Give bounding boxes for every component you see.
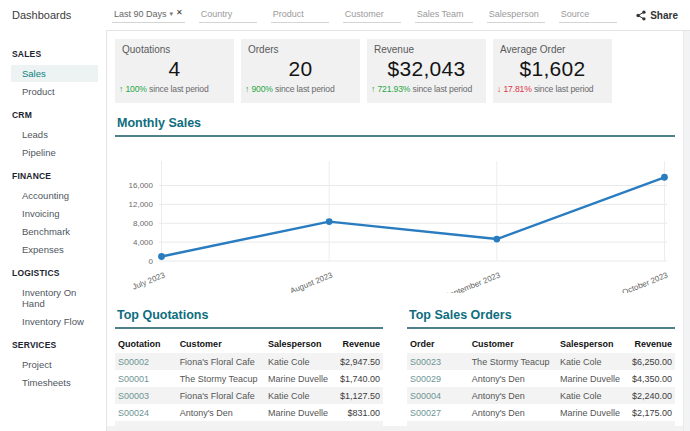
table-cell: Marine Duvelle xyxy=(265,370,335,387)
record-link[interactable]: S00003 xyxy=(115,387,177,404)
sidebar-item-pipeline[interactable]: Pipeline xyxy=(11,144,98,161)
filter-label: Salesperson xyxy=(489,9,539,19)
record-link[interactable]: S00029 xyxy=(407,370,469,387)
kpi-delta: 721.93% xyxy=(377,84,410,94)
kpi-change: ↑ 100% since last period xyxy=(117,84,232,94)
monthly-sales-title: Monthly Sales xyxy=(115,116,675,137)
sidebar-section-finance: FINANCE xyxy=(0,162,106,186)
kpi-card-quotations: Quotations4↑ 100% since last period xyxy=(115,39,234,103)
y-tick-label: 12,000 xyxy=(129,200,154,209)
column-header-order: Order xyxy=(407,336,469,353)
table-row: S00029Antony's DenMarine Duvelle$4,350.0… xyxy=(407,370,675,387)
sidebar-item-project[interactable]: Project xyxy=(11,356,98,373)
sidebar-item-timesheets[interactable]: Timesheets xyxy=(11,374,98,391)
table-cell: Fiona's Floral Cafe xyxy=(177,353,265,370)
filter-last-90-days[interactable]: Last 90 Days▾✕ xyxy=(112,7,185,23)
column-header-quotation: Quotation xyxy=(115,336,177,353)
sidebar-item-accounting[interactable]: Accounting xyxy=(11,187,98,204)
top-quotations-block: Top Quotations QuotationCustomerSalesper… xyxy=(115,308,383,431)
table-row: S00024Antony's DenMarine Duvelle$831.00 xyxy=(115,404,383,421)
kpi-change: ↓ 17.81% since last period xyxy=(495,84,610,94)
filter-sales-team[interactable]: Sales Team xyxy=(415,7,473,23)
table-cell: Fiona's Floral Cafe xyxy=(177,387,265,404)
table-header-row: OrderCustomerSalespersonRevenue xyxy=(407,336,675,353)
tables-row: Top Quotations QuotationCustomerSalesper… xyxy=(115,308,675,431)
sidebar: SALESSalesProductCRMLeadsPipelineFINANCE… xyxy=(0,30,106,431)
sidebar-item-inventory-on-hand[interactable]: Inventory On Hand xyxy=(11,284,98,312)
filter-salesperson[interactable]: Salesperson xyxy=(487,7,545,23)
filter-country[interactable]: Country xyxy=(199,7,257,23)
monthly-sales-section: Monthly Sales 04,0008,00012,00016,000Jul… xyxy=(115,116,675,297)
kpi-title: Orders xyxy=(243,44,358,55)
share-button[interactable]: Share xyxy=(636,10,678,21)
y-tick-label: 0 xyxy=(149,257,154,266)
record-link[interactable]: S00001 xyxy=(115,370,177,387)
table-cell: Antony's Den xyxy=(469,387,557,404)
kpi-row: Quotations4↑ 100% since last periodOrder… xyxy=(115,39,690,103)
filter-product[interactable]: Product xyxy=(271,7,329,23)
record-link[interactable]: S00024 xyxy=(115,404,177,421)
filter-label: Country xyxy=(201,9,233,19)
record-link[interactable]: S00027 xyxy=(407,404,469,421)
kpi-delta: 100% xyxy=(125,84,146,94)
kpi-change: ↑ 721.93% since last period xyxy=(369,84,484,94)
x-tick-label: September 2023 xyxy=(443,270,502,293)
sidebar-item-product[interactable]: Product xyxy=(11,83,98,100)
kpi-value: $32,043 xyxy=(369,57,484,81)
y-tick-label: 16,000 xyxy=(129,181,154,190)
monthly-sales-chart: 04,0008,00012,00016,000July 2023August 2… xyxy=(115,143,675,297)
table-cell: $4,350.00 xyxy=(627,370,675,387)
data-point xyxy=(493,236,500,243)
table-cell: Marine Duvelle xyxy=(557,404,627,421)
kpi-suffix: since last period xyxy=(147,84,209,94)
caret-down-icon[interactable]: ▾ xyxy=(170,10,174,18)
data-point xyxy=(158,253,165,260)
table-header-row: QuotationCustomerSalespersonRevenue xyxy=(115,336,383,353)
remove-filter-icon[interactable]: ✕ xyxy=(176,8,183,17)
table-row: S00004Antony's DenKatie Cole$2,240.00 xyxy=(407,387,675,404)
sidebar-item-invoicing[interactable]: Invoicing xyxy=(11,205,98,222)
top-bar: Dashboards Last 90 Days▾✕CountryProductC… xyxy=(0,0,690,30)
sidebar-section-services: SERVICES xyxy=(0,331,106,355)
share-label: Share xyxy=(650,10,678,21)
data-point xyxy=(661,174,668,181)
table-cell: Antony's Den xyxy=(469,370,557,387)
table-cell: $6,250.00 xyxy=(627,353,675,370)
table-cell: $831.00 xyxy=(335,404,383,421)
filter-customer[interactable]: Customer xyxy=(343,7,401,23)
filter-source[interactable]: Source xyxy=(559,7,617,23)
sidebar-item-sales[interactable]: Sales xyxy=(11,65,98,82)
column-header-revenue: Revenue xyxy=(627,336,675,353)
record-link[interactable]: S00004 xyxy=(407,387,469,404)
record-link[interactable]: S00023 xyxy=(407,353,469,370)
sidebar-item-leads[interactable]: Leads xyxy=(11,126,98,143)
table-row: S00027Antony's DenMarine Duvelle$2,175.0… xyxy=(407,404,675,421)
kpi-title: Revenue xyxy=(369,44,484,55)
table-cell: Marine Duvelle xyxy=(557,370,627,387)
kpi-value: 4 xyxy=(117,57,232,81)
scrollbar[interactable] xyxy=(683,31,690,431)
table-row: S00002Fiona's Floral CafeKatie Cole$2,94… xyxy=(115,353,383,370)
sidebar-item-benchmark[interactable]: Benchmark xyxy=(11,223,98,240)
column-header-salesperson: Salesperson xyxy=(557,336,627,353)
sidebar-item-expenses[interactable]: Expenses xyxy=(11,241,98,258)
filter-label: Last 90 Days xyxy=(114,9,167,19)
filter-label: Sales Team xyxy=(417,9,464,19)
x-tick-label: July 2023 xyxy=(131,270,167,291)
top-quotations-table: QuotationCustomerSalespersonRevenue S000… xyxy=(115,336,383,431)
kpi-card-average-order: Average Order$1,602↓ 17.81% since last p… xyxy=(493,39,612,103)
data-point xyxy=(326,218,333,225)
kpi-title: Quotations xyxy=(117,44,232,55)
table-cell: $1,127.50 xyxy=(335,387,383,404)
column-header-customer: Customer xyxy=(177,336,265,353)
table-cell: Katie Cole xyxy=(265,387,335,404)
record-link[interactable]: S00002 xyxy=(115,353,177,370)
sidebar-item-inventory-flow[interactable]: Inventory Flow xyxy=(11,313,98,330)
table-row: S00003Fiona's Floral CafeKatie Cole$1,12… xyxy=(115,387,383,404)
kpi-change: ↑ 900% since last period xyxy=(243,84,358,94)
table-cell: Katie Cole xyxy=(557,387,627,404)
x-tick-label: August 2023 xyxy=(289,270,335,293)
filter-label: Customer xyxy=(345,9,384,19)
kpi-suffix: since last period xyxy=(273,84,335,94)
kpi-delta: 900% xyxy=(251,84,272,94)
